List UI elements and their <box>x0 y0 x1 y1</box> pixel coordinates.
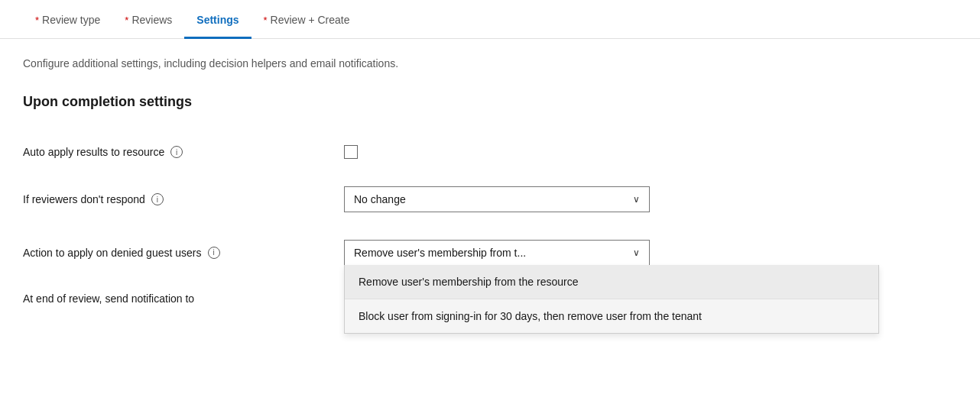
tab-review-create[interactable]: *Review + Create <box>251 0 362 39</box>
tab-review-type[interactable]: *Review type <box>23 0 112 39</box>
dropdown-value-reviewers-respond: No change <box>354 193 406 205</box>
settings-row-reviewers-respond: If reviewers don't respondiNo change∨ <box>23 173 957 226</box>
chevron-down-icon-denied-guest: ∨ <box>633 247 640 258</box>
tab-settings[interactable]: Settings <box>184 0 251 39</box>
chevron-down-icon-reviewers-respond: ∨ <box>633 194 640 205</box>
dropdown-wrapper-denied-guest: Remove user's membership from t...∨Remov… <box>344 240 650 265</box>
info-icon-auto-apply[interactable]: i <box>170 146 183 158</box>
tab-bar: *Review type*ReviewsSettings*Review + Cr… <box>0 0 980 39</box>
dropdown-wrapper-reviewers-respond: No change∨ <box>344 186 650 212</box>
tab-reviews[interactable]: *Reviews <box>112 0 184 39</box>
dropdown-button-denied-guest[interactable]: Remove user's membership from t...∨ <box>344 240 650 265</box>
settings-label-auto-apply: Auto apply results to resourcei <box>23 146 344 158</box>
settings-grid: Auto apply results to resourceiIf review… <box>23 131 957 318</box>
dropdown-menu-denied-guest: Remove user's membership from the resour… <box>344 265 879 334</box>
checkbox-auto-apply[interactable] <box>344 145 358 159</box>
label-text-denied-guest: Action to apply on denied guest users <box>23 247 202 259</box>
required-star-reviews: * <box>125 15 128 26</box>
settings-label-reviewers-respond: If reviewers don't respondi <box>23 193 344 205</box>
page-subtitle: Configure additional settings, including… <box>23 57 957 69</box>
label-text-reviewers-respond: If reviewers don't respond <box>23 193 145 205</box>
settings-row-denied-guest: Action to apply on denied guest usersiRe… <box>23 226 957 279</box>
section-heading: Upon completion settings <box>23 94 957 110</box>
label-text-auto-apply: Auto apply results to resource <box>23 146 164 158</box>
dropdown-option-block-user[interactable]: Block user from signing-in for 30 days, … <box>345 299 878 333</box>
dropdown-button-reviewers-respond[interactable]: No change∨ <box>344 186 650 212</box>
info-icon-denied-guest[interactable]: i <box>208 247 220 259</box>
required-star-review-type: * <box>35 15 39 26</box>
required-star-review-create: * <box>264 15 268 26</box>
main-content: Configure additional settings, including… <box>0 39 980 341</box>
dropdown-value-denied-guest: Remove user's membership from t... <box>354 247 526 259</box>
tab-label-reviews: Reviews <box>131 14 172 26</box>
settings-label-denied-guest: Action to apply on denied guest usersi <box>23 247 344 259</box>
settings-label-send-notification: At end of review, send notification to <box>23 292 344 305</box>
label-text-send-notification: At end of review, send notification to <box>23 292 194 305</box>
dropdown-option-remove-membership[interactable]: Remove user's membership from the resour… <box>345 265 878 299</box>
tab-label-review-type: Review type <box>42 14 100 26</box>
info-icon-reviewers-respond[interactable]: i <box>151 193 164 205</box>
settings-row-auto-apply: Auto apply results to resourcei <box>23 131 957 173</box>
tab-label-settings: Settings <box>196 14 239 26</box>
tab-label-review-create: Review + Create <box>271 14 350 26</box>
